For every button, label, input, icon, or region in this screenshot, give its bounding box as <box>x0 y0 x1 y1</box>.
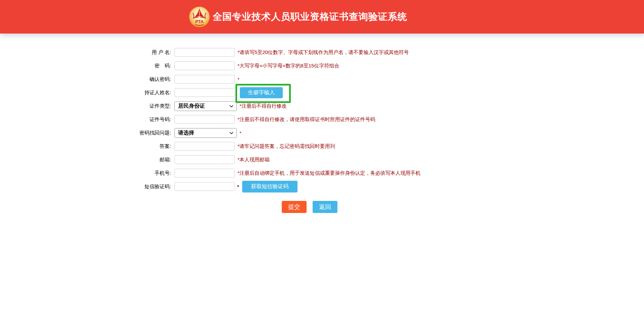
holder-name-label: 持证人姓名: <box>107 90 174 96</box>
logo-text: PTA <box>195 19 204 24</box>
username-hint: *请填写5至20位数字、字母或下划线作为用户名，请不要输入汉字或其他符号 <box>237 49 409 56</box>
sms-code-required-star: * <box>237 184 239 189</box>
id-type-hint: *注册后不得自行修改 <box>239 103 287 109</box>
back-button[interactable]: 返回 <box>313 201 337 213</box>
mobile-input[interactable] <box>174 169 235 177</box>
page-title: 全国专业技术人员职业资格证书查询验证系统 <box>213 10 407 23</box>
answer-label: 答案: <box>107 143 174 150</box>
confirm-password-label: 确认密码: <box>107 76 174 83</box>
pta-logo-icon: PTA <box>189 6 210 28</box>
get-sms-code-button[interactable]: 获取短信验证码 <box>242 181 298 193</box>
chevron-down-icon <box>229 130 233 136</box>
answer-hint: *请牢记问题答案，忘记密码需找回时要用到 <box>237 143 335 150</box>
mobile-hint: *注册后自动绑定手机，用于发送短信或重要操作身份认定，务必填写本人现用手机 <box>237 170 421 176</box>
password-label: 密 码: <box>107 63 174 69</box>
form-row-password: 密 码: *大写字母+小写字母+数字的8至15位字符组合 <box>107 61 644 70</box>
chevron-down-icon <box>229 103 233 109</box>
confirm-password-hint: * <box>237 76 239 82</box>
confirm-password-input[interactable] <box>174 75 235 84</box>
id-number-hint: *注册后不得自行修改，请使用取得证书时所用证件的证件号码 <box>237 116 375 123</box>
form-row-mobile: 手机号: *注册后自动绑定手机，用于发送短信或重要操作身份认定，务必填写本人现用… <box>107 169 644 177</box>
id-number-input[interactable] <box>174 115 235 124</box>
email-field[interactable] <box>174 155 235 164</box>
id-type-selected-value: 居民身份证 <box>178 103 205 110</box>
form-row-holder-name: 持证人姓名: 生僻字输入 <box>107 88 644 97</box>
holder-name-input[interactable] <box>174 88 235 97</box>
form-actions: 提交 返回 <box>282 201 644 213</box>
form-row-sms-code: 短信验证码: * 获取短信验证码 <box>107 182 644 191</box>
registration-form: 用 户 名: *请填写5至20位数字、字母或下划线作为用户名，请不要输入汉字或其… <box>107 48 644 213</box>
username-label: 用 户 名: <box>107 49 174 56</box>
form-row-email: 邮箱: *本人现用邮箱 <box>107 155 644 164</box>
recovery-question-hint: * <box>239 130 241 136</box>
form-row-username: 用 户 名: *请填写5至20位数字、字母或下划线作为用户名，请不要输入汉字或其… <box>107 48 644 57</box>
username-input[interactable] <box>174 48 235 57</box>
recovery-question-select[interactable]: 请选择 <box>174 128 237 138</box>
id-type-label: 证件类型: <box>107 103 174 109</box>
mobile-label: 手机号: <box>107 170 174 176</box>
recovery-question-selected-value: 请选择 <box>178 129 194 137</box>
id-number-label: 证件号码: <box>107 116 174 123</box>
id-type-select[interactable]: 居民身份证 <box>174 101 237 111</box>
email-label: 邮箱: <box>107 157 174 163</box>
password-input[interactable] <box>174 61 235 70</box>
rare-character-input-button[interactable]: 生僻字输入 <box>240 87 283 98</box>
form-row-confirm-password: 确认密码: * <box>107 75 644 84</box>
password-hint: *大写字母+小写字母+数字的8至15位字符组合 <box>237 63 339 69</box>
page-header: PTA 全国专业技术人员职业资格证书查询验证系统 <box>0 0 644 34</box>
highlight-box: 生僻字输入 <box>235 84 291 103</box>
email-hint: *本人现用邮箱 <box>237 157 270 163</box>
submit-button[interactable]: 提交 <box>282 201 307 213</box>
form-row-id-number: 证件号码: *注册后不得自行修改，请使用取得证书时所用证件的证件号码 <box>107 115 644 124</box>
form-row-recovery-question: 密码找回问题: 请选择 * <box>107 128 644 137</box>
recovery-question-label: 密码找回问题: <box>107 130 174 136</box>
answer-input[interactable] <box>174 142 235 151</box>
form-row-id-type: 证件类型: 居民身份证 *注册后不得自行修改 <box>107 102 644 110</box>
form-row-answer: 答案: *请牢记问题答案，忘记密码需找回时要用到 <box>107 142 644 151</box>
sms-code-input[interactable] <box>174 182 235 191</box>
sms-code-label: 短信验证码: <box>107 183 174 190</box>
